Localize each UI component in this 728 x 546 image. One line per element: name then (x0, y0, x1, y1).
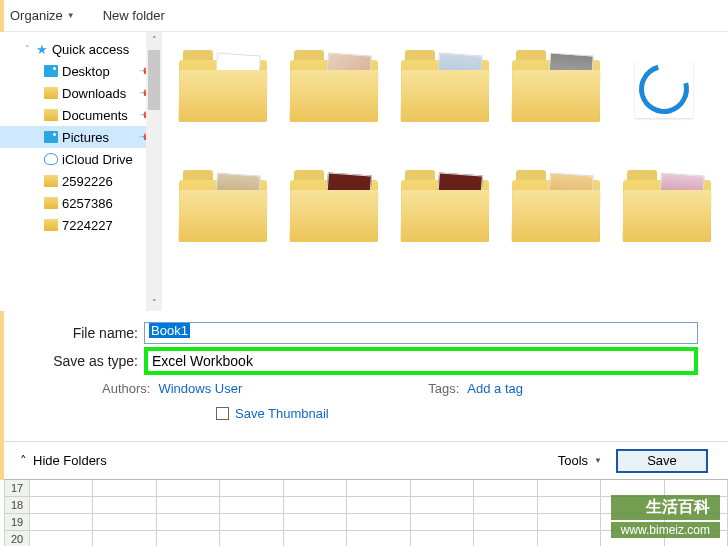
authors-label: Authors: (102, 381, 150, 396)
authors-value[interactable]: Windows User (158, 381, 242, 396)
save-thumbnail-label: Save Thumbnail (235, 406, 329, 421)
cell[interactable] (474, 514, 537, 531)
folder-item[interactable] (623, 164, 711, 242)
sidebar-item-folder[interactable]: 2592226 (0, 170, 162, 192)
quick-access-node[interactable]: ˅ ★ Quick access (0, 38, 162, 60)
cell[interactable] (30, 497, 93, 514)
row-header[interactable]: 20 (4, 531, 30, 546)
cell[interactable] (284, 514, 347, 531)
cell[interactable] (157, 514, 220, 531)
hide-folders-button[interactable]: ˄ Hide Folders (20, 453, 107, 468)
cell[interactable] (93, 497, 156, 514)
cell[interactable] (347, 531, 410, 546)
cell[interactable] (30, 531, 93, 546)
cell[interactable] (347, 514, 410, 531)
documents-icon (44, 109, 58, 121)
star-icon: ★ (36, 42, 48, 57)
cell[interactable] (157, 497, 220, 514)
cell[interactable] (538, 531, 601, 546)
save-button[interactable]: Save (616, 449, 708, 473)
sidebar-item-label: Downloads (62, 86, 126, 101)
row-header[interactable]: 18 (4, 497, 30, 514)
folder-item[interactable] (179, 164, 267, 242)
folder-item[interactable] (512, 164, 600, 242)
cell[interactable] (474, 531, 537, 546)
scroll-up-icon[interactable]: ˄ (146, 32, 162, 48)
cell[interactable] (157, 480, 220, 497)
cell[interactable] (538, 497, 601, 514)
cell[interactable] (220, 497, 283, 514)
row-headers: 17 18 19 20 (4, 480, 30, 546)
sidebar-item-documents[interactable]: Documents 📌 (0, 104, 162, 126)
hide-folders-label: Hide Folders (33, 453, 107, 468)
tools-menu[interactable]: Tools ▼ (558, 453, 602, 468)
scroll-thumb[interactable] (148, 50, 160, 110)
watermark-title: 生活百科 (611, 495, 720, 520)
sidebar-item-label: 6257386 (62, 196, 113, 211)
watermark: 生活百科 www.bimeiz.com (611, 495, 720, 538)
cell[interactable] (284, 480, 347, 497)
cell[interactable] (347, 497, 410, 514)
cell[interactable] (411, 514, 474, 531)
folder-icon (44, 197, 58, 209)
cell[interactable] (220, 514, 283, 531)
downloads-icon (44, 87, 58, 99)
sidebar-scrollbar[interactable]: ˄ ˅ (146, 32, 162, 311)
sidebar-item-icloud[interactable]: iCloud Drive (0, 148, 162, 170)
cell[interactable] (93, 531, 156, 546)
cell[interactable] (411, 531, 474, 546)
row-header[interactable]: 17 (4, 480, 30, 497)
cell[interactable] (538, 480, 601, 497)
folder-item-ie[interactable] (623, 44, 711, 122)
cell[interactable] (538, 514, 601, 531)
folder-content-grid (162, 32, 728, 311)
folder-item[interactable] (512, 44, 600, 122)
save-as-type-select[interactable]: Excel Workbook (144, 347, 698, 375)
chevron-down-icon: ˅ (22, 44, 32, 54)
cell[interactable] (157, 531, 220, 546)
ie-icon (635, 60, 693, 118)
cell[interactable] (30, 480, 93, 497)
cell[interactable] (220, 531, 283, 546)
sidebar-item-folder[interactable]: 6257386 (0, 192, 162, 214)
file-name-value: Book1 (149, 323, 190, 338)
folder-item[interactable] (401, 44, 489, 122)
cell[interactable] (93, 514, 156, 531)
tags-label: Tags: (428, 381, 459, 396)
sidebar-item-desktop[interactable]: Desktop 📌 (0, 60, 162, 82)
folder-item[interactable] (290, 44, 378, 122)
file-name-input[interactable]: Book1 (144, 322, 698, 344)
new-folder-button[interactable]: New folder (103, 8, 165, 23)
new-folder-label: New folder (103, 8, 165, 23)
scroll-down-icon[interactable]: ˅ (146, 295, 162, 311)
folder-item[interactable] (179, 44, 267, 122)
folder-item[interactable] (290, 164, 378, 242)
cell[interactable] (411, 480, 474, 497)
cell[interactable] (220, 480, 283, 497)
row-header[interactable]: 19 (4, 514, 30, 531)
organize-label: Organize (10, 8, 63, 23)
save-thumbnail-checkbox[interactable] (216, 407, 229, 420)
cell[interactable] (474, 480, 537, 497)
navigation-sidebar: ˅ ★ Quick access Desktop 📌 Downloads 📌 D… (0, 32, 162, 311)
dialog-actions: ˄ Hide Folders Tools ▼ Save (0, 441, 728, 479)
organize-menu[interactable]: Organize ▼ (10, 8, 75, 23)
quick-access-label: Quick access (52, 42, 129, 57)
cell[interactable] (93, 480, 156, 497)
sidebar-item-folder[interactable]: 7224227 (0, 214, 162, 236)
sidebar-item-pictures[interactable]: Pictures 📌 (0, 126, 162, 148)
sidebar-item-downloads[interactable]: Downloads 📌 (0, 82, 162, 104)
dialog-toolbar: Organize ▼ New folder (0, 0, 728, 32)
cell[interactable] (284, 531, 347, 546)
sidebar-item-label: iCloud Drive (62, 152, 133, 167)
tags-value[interactable]: Add a tag (467, 381, 523, 396)
cell[interactable] (411, 497, 474, 514)
cell[interactable] (347, 480, 410, 497)
cell[interactable] (30, 514, 93, 531)
folder-item[interactable] (401, 164, 489, 242)
cell[interactable] (284, 497, 347, 514)
sidebar-item-label: Documents (62, 108, 128, 123)
save-as-dialog: Organize ▼ New folder ˅ ★ Quick access D… (0, 0, 728, 480)
folder-icon (44, 219, 58, 231)
cell[interactable] (474, 497, 537, 514)
